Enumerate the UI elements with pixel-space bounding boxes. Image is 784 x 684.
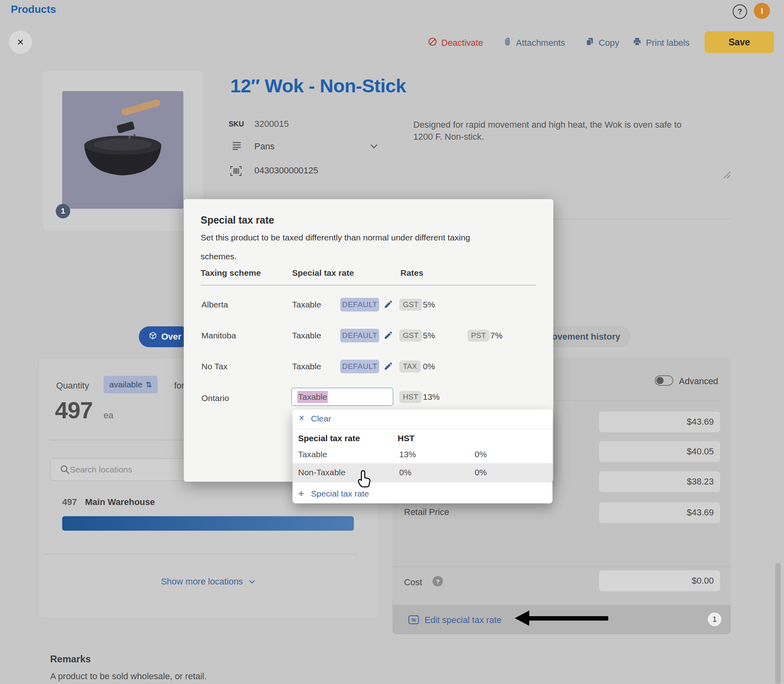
image-count-value: 1 <box>61 207 65 216</box>
edit-pencil-icon[interactable] <box>384 330 393 342</box>
quantity-mode-label: available <box>109 380 142 389</box>
location-name[interactable]: Main Warehouse <box>85 497 155 507</box>
table-header-divider <box>201 285 536 285</box>
help-glyph: ? <box>737 7 742 16</box>
price-field-2[interactable]: $40.05 <box>599 441 720 462</box>
deactivate-button[interactable]: Deactivate <box>428 37 483 49</box>
print-labels-label: Print labels <box>646 38 690 48</box>
special-rate-value: Taxable <box>292 300 321 309</box>
user-avatar[interactable]: I <box>754 3 770 19</box>
edit-pencil-icon[interactable] <box>384 361 393 373</box>
scheme-name: Manitoba <box>201 331 236 340</box>
paperclip-icon <box>502 37 512 49</box>
product-image-card: 1 <box>43 71 203 231</box>
rate-value: 0% <box>423 362 435 371</box>
quantity-mode-selector[interactable]: available ⇅ <box>104 376 158 393</box>
quantity-unit: ea <box>104 410 113 421</box>
price-field-1[interactable]: $43.69 <box>599 411 720 432</box>
default-badge: DEFAULT <box>340 298 379 311</box>
add-label: Special tax rate <box>311 489 369 499</box>
tab-overview-label: Over <box>161 332 181 342</box>
category-select[interactable]: Pans <box>254 141 274 152</box>
print-labels-button[interactable]: Print labels <box>632 37 690 49</box>
table-row: Alberta Taxable DEFAULT GST 5% <box>184 297 553 314</box>
remarks-title: Remarks <box>50 653 91 665</box>
help-icon[interactable]: ? <box>733 4 747 19</box>
special-rate-value: Taxable <box>292 362 321 371</box>
rate-value: 5% <box>423 331 435 340</box>
edit-special-tax-link[interactable]: Edit special tax rate <box>424 615 502 625</box>
dropdown-option-non-taxable[interactable]: Non-Taxable 0% 0% <box>292 463 552 482</box>
option-other-rate: 0% <box>475 468 487 477</box>
edit-pencil-icon[interactable] <box>384 299 393 311</box>
tab-overview[interactable]: Over <box>139 326 191 347</box>
special-rate-value: Taxable <box>292 331 321 340</box>
barcode-value[interactable]: 0430300000125 <box>254 165 318 176</box>
quantity-label: Quantity <box>56 381 89 391</box>
price-1-value: $43.69 <box>687 417 714 427</box>
attachments-button[interactable]: Attachments <box>502 37 565 49</box>
clear-option[interactable]: × Clear <box>292 409 552 429</box>
cost-field[interactable]: $0.00 <box>599 570 720 591</box>
price-3-value: $38.23 <box>687 476 714 487</box>
show-more-label: Show more locations <box>161 576 243 586</box>
rate-code-badge: TAX <box>399 360 421 373</box>
advanced-toggle[interactable] <box>655 375 673 386</box>
option-hst-rate: 13% <box>399 450 416 459</box>
divider <box>392 566 731 567</box>
modal-title: Special tax rate <box>201 214 274 226</box>
plus-icon: + <box>298 487 304 500</box>
show-more-locations[interactable]: Show more locations <box>39 576 378 587</box>
divider <box>44 554 358 554</box>
option-hst-rate: 0% <box>399 468 411 477</box>
ontario-special-tax-input[interactable]: Taxable <box>291 388 393 406</box>
add-special-tax-rate-option[interactable]: + Special tax rate <box>292 482 552 503</box>
dropdown-header-col1: Special tax rate <box>298 434 360 443</box>
special-tax-rate-dropdown: × Clear Special tax rate HST Taxable 13%… <box>292 409 552 503</box>
scheme-name: Ontario <box>201 393 229 403</box>
modal-body-line2: schemes. <box>201 252 237 261</box>
product-title: 12″ Wok - Non-Stick <box>230 75 406 97</box>
barcode-icon <box>230 166 242 177</box>
option-label: Taxable <box>298 450 327 459</box>
image-count-badge: 1 <box>56 204 70 218</box>
dropdown-option-taxable[interactable]: Taxable 13% 0% <box>292 446 552 463</box>
retail-price-label: Retail Price <box>404 507 449 517</box>
rate-code-badge: GST <box>399 299 422 311</box>
copy-icon <box>585 37 595 49</box>
column-header-rates: Rates <box>400 268 423 278</box>
column-header-special-tax-rate: Special tax rate <box>292 268 354 278</box>
product-description[interactable]: Designed for rapid movement and high hea… <box>413 119 730 143</box>
hand-cursor <box>355 469 372 490</box>
description-divider <box>553 219 731 219</box>
save-button[interactable]: Save <box>705 31 774 53</box>
table-row: No Tax Taxable DEFAULT TAX 0% <box>184 359 553 375</box>
annotation-arrow-shaft <box>527 616 608 621</box>
tab-movement-history[interactable]: ovement history <box>542 326 631 347</box>
rate-value: 7% <box>490 331 502 340</box>
clear-x-icon: × <box>299 413 304 423</box>
printer-icon <box>632 37 642 49</box>
retail-price-field[interactable]: $43.69 <box>599 502 720 523</box>
copy-button[interactable]: Copy <box>585 37 619 49</box>
rate-value: 5% <box>423 300 435 309</box>
prohibition-icon <box>428 37 437 49</box>
cost-help-icon[interactable]: ? <box>433 576 443 586</box>
default-badge: DEFAULT <box>340 329 379 342</box>
box-icon <box>148 331 157 342</box>
cost-value: $0.00 <box>692 576 714 586</box>
tax-tag-icon: % <box>408 615 419 624</box>
scrollbar-thumb[interactable] <box>775 563 781 684</box>
sku-value[interactable]: 3200015 <box>254 119 289 129</box>
save-label: Save <box>729 37 750 48</box>
ontario-input-selected-text: Taxable <box>297 391 328 403</box>
tab-movement-history-label: ovement history <box>552 332 620 342</box>
remarks-body[interactable]: A product to be sold wholesale, or retai… <box>50 671 207 682</box>
product-image[interactable] <box>62 91 183 209</box>
close-button[interactable]: × <box>9 31 32 54</box>
rate-code-badge: PST <box>467 330 489 342</box>
resize-handle-icon[interactable] <box>722 170 731 181</box>
price-field-3[interactable]: $38.23 <box>599 471 720 492</box>
product-detail-screen: Products ? I × Deactivate Attachments Co… <box>0 0 784 684</box>
chevron-down-icon[interactable] <box>369 141 379 153</box>
